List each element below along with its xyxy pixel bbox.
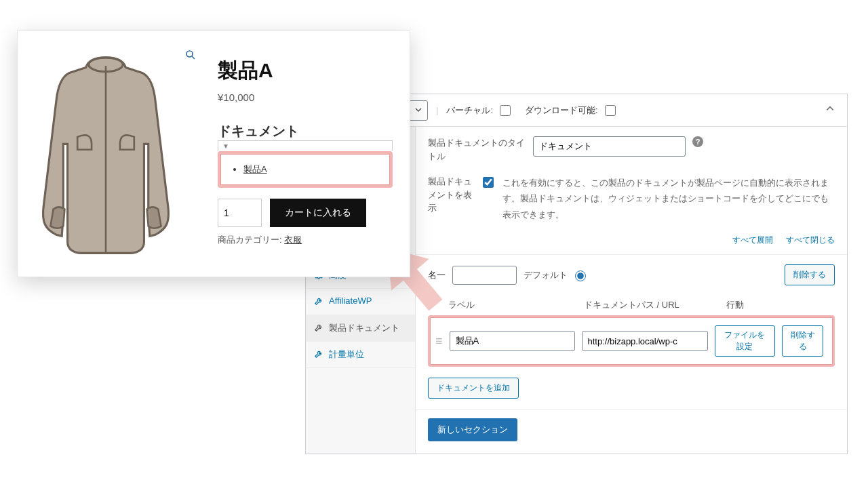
quantity-input[interactable] — [218, 199, 262, 227]
col-action: 行動 — [726, 299, 744, 311]
sidebar-label: 製品ドキュメント — [329, 322, 399, 334]
documents-heading: ドキュメント — [218, 122, 393, 140]
documents-list-highlighted: 製品A — [218, 151, 393, 188]
product-title: 製品A — [218, 57, 393, 85]
show-docs-checkbox[interactable] — [483, 177, 494, 188]
add-document-button[interactable]: ドキュメントを追加 — [428, 378, 519, 399]
sidebar-label: AffiliateWP — [329, 296, 372, 306]
wrench-icon — [314, 349, 323, 361]
product-meta: 商品カテゴリー: 衣服 — [218, 234, 393, 246]
svg-line-2 — [192, 56, 195, 59]
collapse-icon[interactable] — [825, 104, 835, 115]
col-label: ラベル — [448, 299, 584, 311]
section-toggle[interactable]: ▼ — [218, 140, 393, 151]
downloadable-label: ダウンロード可能: — [525, 104, 598, 117]
document-link-item: 製品A — [243, 163, 380, 176]
show-docs-desc: これを有効にすると、この製品のドキュメントが製品ページに自動的に表示されます。製… — [502, 175, 835, 222]
add-to-cart-button[interactable]: カートに入れる — [270, 199, 366, 227]
section-name-input[interactable] — [452, 266, 517, 285]
doc-title-label: 製品ドキュメントのタイトル — [428, 136, 526, 163]
product-info: 製品A ¥10,000 ドキュメント ▼ 製品A カートに入れる 商品カテゴリー… — [218, 45, 393, 260]
delete-section-button[interactable]: 削除する — [785, 264, 835, 285]
expand-all-link[interactable]: すべて展開 — [732, 235, 773, 245]
delete-row-button[interactable]: 削除する — [782, 325, 823, 357]
doc-path-input[interactable] — [582, 331, 708, 351]
downloadable-checkbox-wrap[interactable]: ダウンロード可能: — [525, 103, 618, 118]
sidebar-item-affiliatewp[interactable]: AffiliateWP — [306, 289, 415, 315]
svg-point-1 — [186, 51, 193, 57]
doc-title-input[interactable] — [533, 136, 686, 157]
category-link[interactable]: 衣服 — [284, 235, 302, 245]
product-price: ¥10,000 — [218, 92, 393, 103]
document-link[interactable]: 製品A — [243, 164, 267, 174]
wrench-icon — [314, 296, 323, 308]
product-image — [28, 45, 184, 258]
product-documents-pane: 製品ドキュメントのタイトル ? 製品ドキュメントを表示 これを有効にすると、この… — [416, 127, 847, 454]
default-label: デフォルト — [524, 269, 568, 281]
sidebar-item-product-documents[interactable]: 製品ドキュメント — [306, 315, 415, 342]
help-icon[interactable]: ? — [692, 136, 703, 147]
set-file-button[interactable]: ファイルを設定 — [715, 325, 776, 357]
new-section-button[interactable]: 新しいセクション — [428, 418, 517, 441]
magnifier-icon[interactable] — [184, 49, 197, 63]
virtual-checkbox-wrap[interactable]: バーチャル: — [446, 103, 513, 118]
collapse-all-link[interactable]: すべて閉じる — [786, 235, 835, 245]
virtual-label: バーチャル: — [446, 104, 493, 117]
virtual-checkbox[interactable] — [500, 105, 511, 116]
frontend-product-card: 製品A ¥10,000 ドキュメント ▼ 製品A カートに入れる 商品カテゴリー… — [17, 31, 410, 277]
sidebar-label: 計量単位 — [329, 348, 364, 361]
drag-handle-icon[interactable]: ≡ — [435, 338, 443, 344]
wrench-icon — [314, 323, 323, 334]
section-name-label: 名一 — [428, 269, 446, 281]
product-image-wrap — [28, 45, 201, 260]
downloadable-checkbox[interactable] — [605, 105, 616, 116]
document-row-highlighted: ≡ ファイルを設定 削除する — [428, 315, 835, 367]
sidebar-item-measurement[interactable]: 計量単位 — [306, 342, 415, 368]
doc-label-input[interactable] — [450, 331, 575, 351]
documents-table-head: ラベル ドキュメントパス / URL 行動 — [428, 295, 835, 315]
show-docs-label: 製品ドキュメントを表示 — [428, 175, 473, 215]
default-radio[interactable] — [575, 270, 586, 281]
col-path: ドキュメントパス / URL — [584, 299, 726, 311]
category-label: 商品カテゴリー: — [218, 235, 284, 245]
